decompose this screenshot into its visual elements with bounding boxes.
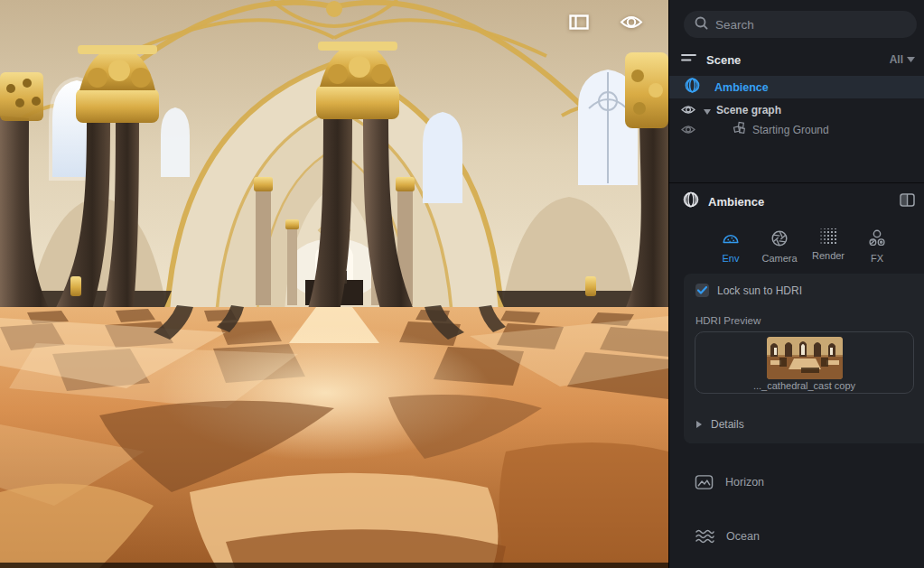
tab-render[interactable]: Render bbox=[804, 228, 853, 272]
fx-circles-icon bbox=[866, 228, 888, 248]
hdri-preview-label: HDRI Preview bbox=[695, 315, 761, 326]
scene-header: Scene All bbox=[669, 49, 924, 70]
split-panel-icon[interactable] bbox=[900, 193, 915, 210]
lock-sun-label: Lock sun to HDRI bbox=[717, 284, 802, 297]
tab-label: Env bbox=[723, 253, 740, 264]
ocean-icon bbox=[695, 527, 714, 545]
app-window: Scene All Ambience Scene graph bbox=[0, 0, 924, 568]
tree-item-scene-graph[interactable]: Scene graph bbox=[669, 100, 924, 119]
viewport-3d[interactable] bbox=[0, 0, 668, 568]
panel-toggle-icon[interactable] bbox=[569, 14, 589, 30]
tree-item-label: Scene graph bbox=[716, 104, 781, 116]
scene-title: Scene bbox=[706, 53, 741, 67]
sphere-icon bbox=[685, 78, 700, 97]
section-horizon[interactable]: Horizon bbox=[695, 470, 924, 494]
section-ocean[interactable]: Ocean bbox=[695, 525, 924, 548]
tab-env[interactable]: Env bbox=[706, 228, 755, 272]
hdri-thumbnail bbox=[767, 337, 843, 379]
eye-icon[interactable] bbox=[681, 102, 695, 118]
tree-item-ambience[interactable]: Ambience bbox=[669, 76, 924, 98]
search-input[interactable] bbox=[715, 18, 906, 32]
caret-right-icon bbox=[696, 421, 702, 428]
tab-label: Camera bbox=[761, 253, 797, 264]
lock-sun-checkbox[interactable] bbox=[695, 284, 709, 297]
tree-item-label: Ambience bbox=[714, 81, 769, 94]
prefab-icon bbox=[733, 121, 746, 138]
right-sidebar: Scene All Ambience Scene graph bbox=[668, 0, 924, 568]
scene-filter-label: All bbox=[890, 53, 903, 66]
tab-camera[interactable]: Camera bbox=[755, 228, 804, 272]
lock-sun-row[interactable]: Lock sun to HDRI bbox=[695, 284, 802, 297]
scene-list-icon[interactable] bbox=[681, 51, 696, 68]
checkmark-icon bbox=[697, 286, 707, 294]
horizon-icon bbox=[695, 473, 714, 491]
sphere-icon bbox=[683, 191, 699, 211]
camera-aperture-icon bbox=[769, 228, 790, 248]
details-expander[interactable]: Details bbox=[696, 418, 744, 431]
env-dome-icon bbox=[720, 228, 742, 248]
tab-label: Render bbox=[812, 250, 845, 261]
inspector-header: Ambience bbox=[669, 191, 924, 212]
scene-filter-dropdown[interactable]: All bbox=[890, 53, 915, 66]
section-label: Horizon bbox=[725, 476, 764, 489]
tab-label: FX bbox=[871, 253, 883, 264]
env-settings-section: Lock sun to HDRI HDRI Preview bbox=[684, 274, 924, 443]
panel-divider bbox=[669, 182, 924, 183]
inspector-tabs: Env Camera Render FX bbox=[706, 228, 901, 272]
chevron-down-icon bbox=[907, 57, 915, 62]
section-label: Ocean bbox=[726, 530, 760, 543]
tree-item-label: Starting Ground bbox=[752, 124, 829, 136]
expand-caret-icon[interactable] bbox=[704, 102, 711, 118]
search-icon bbox=[695, 16, 708, 33]
render-dots-icon bbox=[818, 228, 838, 246]
details-label: Details bbox=[711, 418, 744, 431]
viewport-toolbar bbox=[569, 14, 643, 30]
cathedral-render bbox=[0, 0, 668, 568]
inspector-title: Ambience bbox=[708, 195, 764, 209]
search-bar[interactable] bbox=[684, 11, 917, 38]
eye-icon[interactable] bbox=[681, 122, 695, 138]
visibility-eye-icon[interactable] bbox=[620, 14, 643, 30]
hdri-preview-card[interactable]: ..._cathedral_cast copy bbox=[695, 331, 914, 394]
hdri-filename: ..._cathedral_cast copy bbox=[695, 380, 913, 391]
tab-fx[interactable]: FX bbox=[853, 228, 901, 272]
tree-item-starting-ground[interactable]: Starting Ground bbox=[669, 120, 924, 139]
